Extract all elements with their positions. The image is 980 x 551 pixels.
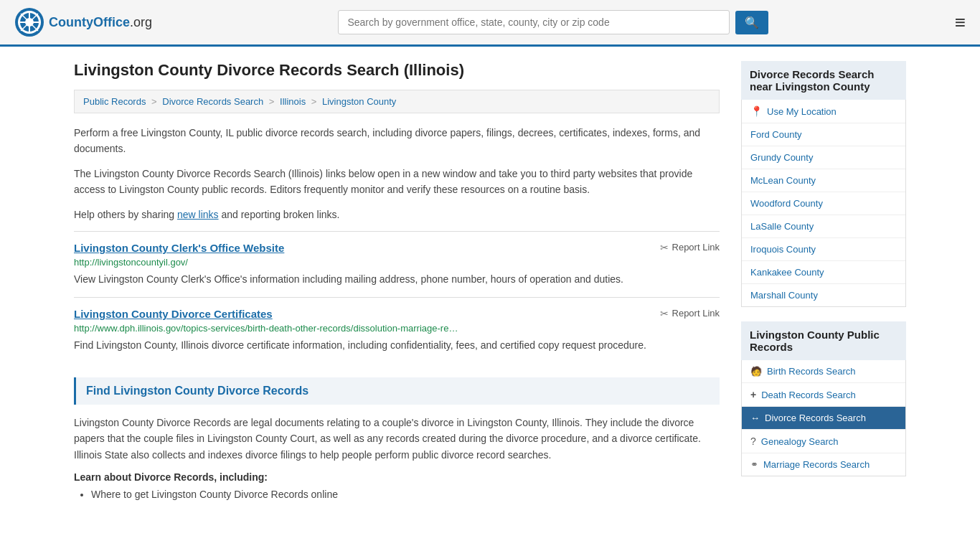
- result-header-1: Livingston County Clerk's Office Website…: [74, 242, 720, 254]
- find-heading: Find Livingston County Divorce Records: [74, 377, 720, 405]
- description-2: The Livingston County Divorce Records Se…: [74, 166, 720, 198]
- search-input[interactable]: [338, 10, 730, 34]
- pr-birth-records[interactable]: 🧑 Birth Records Search: [742, 360, 905, 383]
- person-icon: 🧑: [750, 366, 762, 377]
- nearby-heading: Divorce Records Search near Livingston C…: [741, 61, 906, 100]
- nearby-county-lasalle[interactable]: LaSalle County: [742, 215, 905, 238]
- nearby-county-grundy[interactable]: Grundy County: [742, 146, 905, 169]
- menu-button[interactable]: ≡: [955, 13, 966, 32]
- scissors-icon-2: ✂: [660, 308, 669, 319]
- description-1: Perform a free Livingston County, IL pub…: [74, 125, 720, 157]
- use-my-location-item[interactable]: 📍 Use My Location: [742, 100, 905, 123]
- nearby-county-marshall[interactable]: Marshall County: [742, 284, 905, 306]
- location-pin-icon: 📍: [750, 105, 763, 117]
- plus-icon: +: [750, 389, 756, 400]
- public-records-section: Livingston County Public Records 🧑 Birth…: [741, 321, 906, 476]
- pr-marriage-records[interactable]: ⚭ Marriage Records Search: [742, 453, 905, 476]
- pr-genealogy[interactable]: ? Genealogy Search: [742, 430, 905, 453]
- nearby-county-ford[interactable]: Ford County: [742, 123, 905, 146]
- search-button[interactable]: 🔍: [735, 11, 768, 34]
- result-card-2: Livingston County Divorce Certificates ✂…: [74, 297, 720, 363]
- result-url-1: http://livingstoncountyil.gov/: [74, 257, 720, 268]
- breadcrumb-livingston[interactable]: Livingston County: [322, 96, 396, 107]
- public-records-heading: Livingston County Public Records: [741, 321, 906, 360]
- nearby-county-kankakee[interactable]: Kankakee County: [742, 261, 905, 284]
- breadcrumb-public-records[interactable]: Public Records: [83, 96, 146, 107]
- breadcrumb-illinois[interactable]: Illinois: [280, 96, 306, 107]
- header: CountyOffice.org 🔍 ≡: [0, 0, 980, 47]
- scissors-icon-1: ✂: [660, 242, 669, 253]
- use-my-location-link[interactable]: Use My Location: [767, 106, 837, 117]
- report-link-1[interactable]: ✂ Report Link: [660, 242, 720, 253]
- question-icon: ?: [750, 435, 756, 447]
- find-section: Find Livingston County Divorce Records L…: [74, 377, 720, 500]
- sidebar: Divorce Records Search near Livingston C…: [741, 61, 906, 503]
- logo-icon: [14, 7, 44, 37]
- report-link-2[interactable]: ✂ Report Link: [660, 308, 720, 319]
- result-title-1[interactable]: Livingston County Clerk's Office Website: [74, 242, 284, 254]
- logo-text: CountyOffice.org: [49, 15, 152, 30]
- nearby-county-iroquois[interactable]: Iroquois County: [742, 238, 905, 261]
- result-card-1: Livingston County Clerk's Office Website…: [74, 231, 720, 297]
- learn-heading: Learn about Divorce Records, including:: [74, 471, 720, 483]
- rings-icon: ⚭: [750, 459, 758, 470]
- nearby-county-woodford[interactable]: Woodford County: [742, 192, 905, 215]
- content-area: Livingston County Divorce Records Search…: [74, 61, 720, 503]
- search-area: 🔍: [338, 10, 768, 34]
- description-3: Help others by sharing new links and rep…: [74, 207, 720, 222]
- nearby-county-mclean[interactable]: McLean County: [742, 169, 905, 192]
- breadcrumb-divorce-records[interactable]: Divorce Records Search: [162, 96, 263, 107]
- bullet-list: Where to get Livingston County Divorce R…: [74, 489, 720, 500]
- bullet-item-1: Where to get Livingston County Divorce R…: [91, 489, 720, 500]
- pr-death-records[interactable]: + Death Records Search: [742, 383, 905, 407]
- result-desc-2: Find Livingston County, Illinois divorce…: [74, 338, 720, 353]
- breadcrumb: Public Records > Divorce Records Search …: [74, 90, 720, 113]
- pr-divorce-records[interactable]: ↔ Divorce Records Search: [742, 407, 905, 430]
- find-para: Livingston County Divorce Records are le…: [74, 415, 720, 463]
- nearby-section: Divorce Records Search near Livingston C…: [741, 61, 906, 307]
- result-url-2: http://www.dph.illinois.gov/topics-servi…: [74, 323, 720, 334]
- nearby-list: 📍 Use My Location Ford County Grundy Cou…: [741, 100, 906, 307]
- page-title: Livingston County Divorce Records Search…: [74, 61, 720, 80]
- result-title-2[interactable]: Livingston County Divorce Certificates: [74, 308, 273, 320]
- new-links-link[interactable]: new links: [177, 209, 219, 220]
- result-header-2: Livingston County Divorce Certificates ✂…: [74, 308, 720, 320]
- main-layout: Livingston County Divorce Records Search…: [60, 47, 920, 517]
- logo-area: CountyOffice.org: [14, 7, 152, 37]
- result-desc-1: View Livingston County Clerk's Office's …: [74, 272, 720, 287]
- arrows-icon: ↔: [750, 413, 760, 423]
- public-records-list: 🧑 Birth Records Search + Death Records S…: [741, 360, 906, 476]
